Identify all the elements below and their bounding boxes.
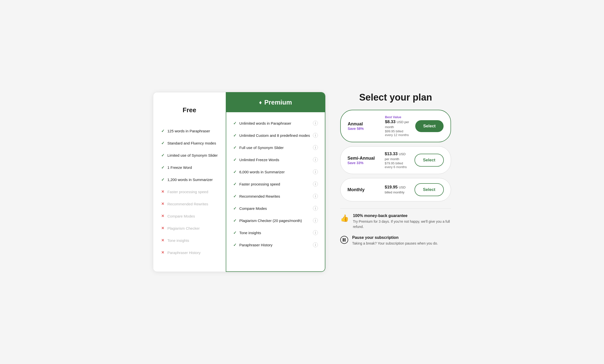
check-icon: ✓ xyxy=(161,177,164,182)
info-icon[interactable]: i xyxy=(313,145,318,150)
feature-label: Recommended Rewrites xyxy=(239,194,310,199)
best-value-label: Best Value xyxy=(385,115,410,119)
feature-label: 1 Freeze Word xyxy=(167,165,218,170)
feature-label: Compare Modes xyxy=(239,206,310,211)
annual-plan-price-sub: $99.95 billed every 12 months xyxy=(385,129,410,137)
premium-column: ♦ Premium ✓ Unlimited words in Paraphras… xyxy=(226,92,325,272)
money-back-desc: Try Premium for 3 days. If you're not ha… xyxy=(353,219,451,229)
main-container: Free ✓ 125 words in Paraphraser ✓ Standa… xyxy=(153,92,451,272)
monthly-plan-name: Monthly xyxy=(347,187,380,192)
money-back-text-block: 100% money-back guarantee Try Premium fo… xyxy=(353,214,451,229)
info-icon[interactable]: i xyxy=(313,121,318,126)
feature-label: Standard and Fluency modes xyxy=(167,141,218,146)
monthly-plan-card[interactable]: Monthly $19.95 USD billed monthly Select xyxy=(340,178,451,201)
list-item: ✓ 1 Freeze Word xyxy=(160,161,219,174)
feature-label: Plagiarism Checker xyxy=(167,226,218,231)
check-icon: ✓ xyxy=(233,218,236,223)
free-feature-list: ✓ 125 words in Paraphraser ✓ Standard an… xyxy=(160,120,219,264)
feature-label: Faster processing speed xyxy=(167,189,218,194)
feature-label: Unlimited Custom and 8 predefined modes xyxy=(239,133,310,138)
x-icon: ✕ xyxy=(161,226,164,230)
info-icon[interactable]: i xyxy=(313,133,318,138)
check-icon: ✓ xyxy=(233,121,236,126)
info-icon[interactable]: i xyxy=(313,157,318,162)
plan-section: Select your plan Annual Save 58% Best Va… xyxy=(340,92,451,252)
feature-label: 6,000 words in Summarizer xyxy=(239,169,310,175)
pause-title: Pause your subscription xyxy=(352,235,438,240)
list-item: ✕ Paraphraser History xyxy=(160,247,219,259)
info-icon[interactable]: i xyxy=(313,206,318,211)
annual-plan-price-main: $8.33 USD per month xyxy=(385,119,410,129)
check-icon: ✓ xyxy=(233,206,236,211)
check-icon: ✓ xyxy=(233,182,236,186)
free-column-header: Free xyxy=(160,100,219,120)
pause-bars xyxy=(343,238,345,242)
plan-section-title: Select your plan xyxy=(340,92,451,103)
feature-label: 125 words in Paraphraser xyxy=(167,128,218,134)
check-icon: ✓ xyxy=(233,243,236,247)
list-item: ✓ Unlimited Freeze Words i xyxy=(233,154,318,166)
x-icon: ✕ xyxy=(161,238,164,243)
money-back-title: 100% money-back guarantee xyxy=(353,214,451,218)
annual-select-button[interactable]: Select xyxy=(415,120,444,132)
info-icon[interactable]: i xyxy=(313,218,318,223)
monthly-select-button[interactable]: Select xyxy=(415,183,444,196)
check-icon: ✓ xyxy=(233,133,236,138)
feature-label: Compare Modes xyxy=(167,214,218,219)
semi-annual-select-button[interactable]: Select xyxy=(415,154,444,167)
list-item: ✓ Limited use of Synonym Slider xyxy=(160,149,219,161)
x-icon: ✕ xyxy=(161,189,164,194)
comparison-table: Free ✓ 125 words in Paraphraser ✓ Standa… xyxy=(153,92,325,272)
pause-subscription: Pause your subscription Taking a break? … xyxy=(340,235,451,246)
list-item: ✓ Full use of Synonym Slider i xyxy=(233,142,318,154)
feature-label: Limited use of Synonym Slider xyxy=(167,153,218,158)
info-icon[interactable]: i xyxy=(313,169,318,174)
annual-plan-name: Annual xyxy=(348,121,380,127)
premium-column-header: ♦ Premium xyxy=(226,93,325,112)
list-item: ✕ Recommended Rewrites xyxy=(160,198,219,210)
info-icon[interactable]: i xyxy=(313,230,318,235)
check-icon: ✓ xyxy=(161,153,164,158)
list-item: ✕ Plagiarism Checker xyxy=(160,222,219,234)
monthly-plan-price-main: $19.95 USD billed monthly xyxy=(385,185,410,195)
list-item: ✓ 1,200 words in Summarizer xyxy=(160,174,219,186)
feature-label: 1,200 words in Summarizer xyxy=(167,177,218,182)
list-item: ✓ Paraphraser History i xyxy=(233,239,318,251)
x-icon: ✕ xyxy=(161,214,164,218)
feature-label: Full use of Synonym Slider xyxy=(239,145,310,150)
list-item: ✕ Tone insights xyxy=(160,234,219,247)
pause-desc: Taking a break? Your subscription pauses… xyxy=(352,241,438,246)
check-icon: ✓ xyxy=(233,145,236,150)
list-item: ✕ Faster processing speed xyxy=(160,186,219,198)
feature-label: Tone insights xyxy=(239,230,310,235)
annual-plan-save: Save 58% xyxy=(348,127,380,131)
semi-annual-plan-name: Semi-Annual xyxy=(347,156,380,161)
list-item: ✓ 6,000 words in Summarizer i xyxy=(233,166,318,178)
free-column: Free ✓ 125 words in Paraphraser ✓ Standa… xyxy=(153,92,226,272)
semi-annual-plan-price-sub: $79.95 billed every 6 months xyxy=(385,161,410,169)
list-item: ✓ Unlimited Custom and 8 predefined mode… xyxy=(233,129,318,142)
premium-feature-list: ✓ Unlimited words in Paraphraser i ✓ Unl… xyxy=(226,112,325,256)
monthly-plan-price-block: $19.95 USD billed monthly xyxy=(385,185,410,195)
feature-label: Paraphraser History xyxy=(167,250,218,255)
pause-bar-left xyxy=(343,238,344,242)
feature-label: Unlimited words in Paraphraser xyxy=(239,121,310,126)
list-item: ✓ Tone insights i xyxy=(233,227,318,239)
annual-plan-card[interactable]: Annual Save 58% Best Value $8.33 USD per… xyxy=(340,110,451,142)
monthly-plan-name-block: Monthly xyxy=(347,187,380,192)
pause-text-block: Pause your subscription Taking a break? … xyxy=(352,235,438,246)
info-icon[interactable]: i xyxy=(313,194,318,199)
premium-title: Premium xyxy=(264,99,292,106)
list-item: ✓ 125 words in Paraphraser xyxy=(160,125,219,137)
feature-label: Unlimited Freeze Words xyxy=(239,157,310,162)
info-icon[interactable]: i xyxy=(313,182,318,186)
pause-icon xyxy=(340,236,348,244)
list-item: ✓ Unlimited words in Paraphraser i xyxy=(233,117,318,129)
list-item: ✓ Compare Modes i xyxy=(233,202,318,215)
info-icon[interactable]: i xyxy=(313,242,318,247)
check-icon: ✓ xyxy=(161,129,164,133)
list-item: ✓ Standard and Fluency modes xyxy=(160,137,219,149)
semi-annual-plan-card[interactable]: Semi-Annual Save 33% $13.33 USD per mont… xyxy=(340,146,451,174)
list-item: ✓ Plagiarism Checker (20 pages/month) i xyxy=(233,215,318,227)
pause-bar-right xyxy=(344,238,345,242)
